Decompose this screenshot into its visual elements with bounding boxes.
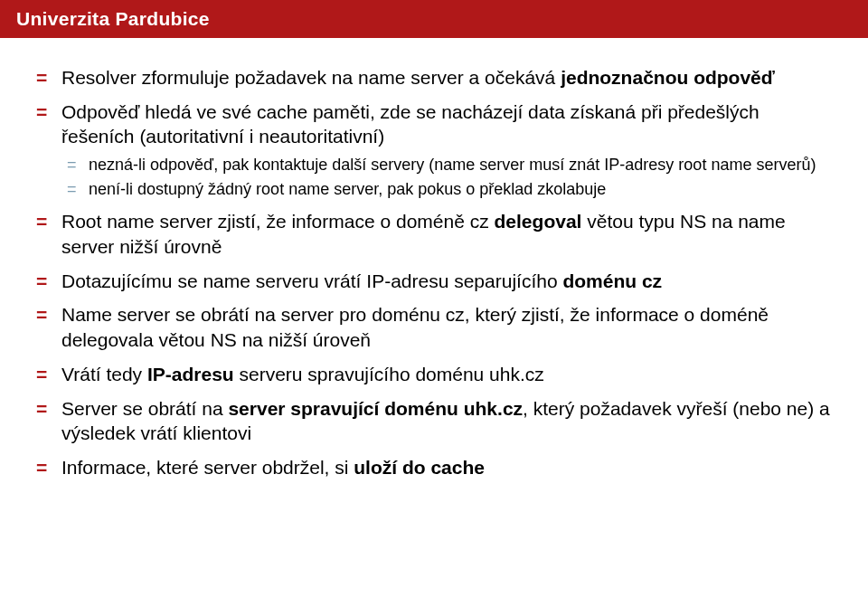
bold-segment: server spravující doménu uhk.cz — [228, 398, 523, 419]
text-segment: Odpověď hledá ve své cache paměti, zde s… — [61, 101, 760, 147]
sub-list-item: není-li dostupný žádný root name server,… — [61, 179, 835, 200]
text-segment: serveru spravujícího doménu uhk.cz — [234, 364, 544, 384]
text-segment: Informace, které server obdržel, si — [61, 457, 354, 478]
list-item: Root name server zjistí, že informace o … — [33, 209, 835, 259]
brand-text: Univerzita Pardubice — [16, 8, 210, 30]
bold-segment: doménu cz — [562, 270, 662, 291]
text-segment: Dotazujícímu se name serveru vrátí IP-ad… — [61, 270, 562, 291]
list-item: Odpověď hledá ve své cache paměti, zde s… — [33, 100, 835, 201]
bullet-list: Resolver zformuluje požadavek na name se… — [33, 65, 835, 480]
text-segment: Vrátí tedy — [61, 364, 147, 384]
list-item: Vrátí tedy IP-adresu serveru spravujícíh… — [33, 362, 835, 387]
list-item: Name server se obrátí na server pro domé… — [33, 302, 835, 352]
text-segment: Name server se obrátí na server pro domé… — [61, 304, 769, 350]
list-item: Informace, které server obdržel, si ulož… — [33, 455, 835, 480]
text-segment: Server se obrátí na — [61, 398, 228, 419]
brand-header: Univerzita Pardubice — [0, 0, 868, 38]
text-segment: Resolver zformuluje požadavek na name se… — [61, 67, 561, 88]
list-item: Dotazujícímu se name serveru vrátí IP-ad… — [33, 269, 835, 294]
bold-segment: IP-adresu — [147, 364, 234, 384]
sub-list: nezná-li odpověď, pak kontaktuje další s… — [61, 155, 835, 200]
bold-segment: uloží do cache — [354, 457, 485, 478]
bold-segment: jednoznačnou odpověď — [561, 67, 775, 88]
text-segment: nezná-li odpověď, pak kontaktuje další s… — [89, 156, 816, 174]
list-item: Resolver zformuluje požadavek na name se… — [33, 65, 835, 90]
sub-list-item: nezná-li odpověď, pak kontaktuje další s… — [61, 155, 835, 175]
text-segment: Root name server zjistí, že informace o … — [61, 211, 495, 232]
slide-content: Resolver zformuluje požadavek na name se… — [0, 38, 868, 498]
text-segment: není-li dostupný žádný root name server,… — [89, 180, 606, 198]
bold-segment: delegoval — [495, 211, 582, 232]
list-item: Server se obrátí na server spravující do… — [33, 396, 835, 446]
